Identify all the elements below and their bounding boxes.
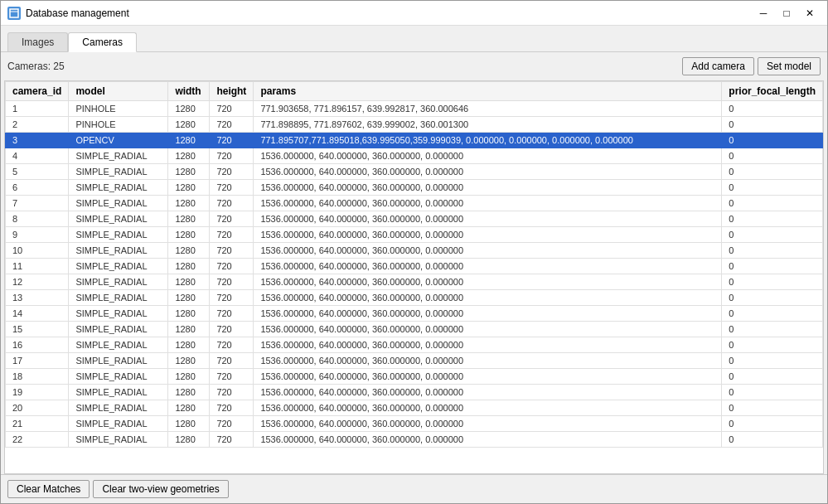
cell-model: SIMPLE_RADIAL	[69, 400, 168, 416]
table-row[interactable]: 19SIMPLE_RADIAL12807201536.000000, 640.0…	[6, 385, 823, 400]
cell-params: 1536.000000, 640.000000, 360.000000, 0.0…	[254, 400, 722, 416]
cell-params: 1536.000000, 640.000000, 360.000000, 0.0…	[254, 164, 722, 180]
cell-model: SIMPLE_RADIAL	[69, 164, 168, 180]
cell-params: 1536.000000, 640.000000, 360.000000, 0.0…	[254, 259, 722, 274]
table-row[interactable]: 10SIMPLE_RADIAL12807201536.000000, 640.0…	[6, 243, 823, 259]
cell-camera-id: 19	[6, 385, 69, 400]
cell-model: SIMPLE_RADIAL	[69, 369, 168, 385]
table-row[interactable]: 1PINHOLE1280720771.903658, 771.896157, 6…	[6, 101, 823, 117]
table-row[interactable]: 13SIMPLE_RADIAL12807201536.000000, 640.0…	[6, 290, 823, 306]
cell-prior-focal: 0	[722, 117, 823, 133]
table-row[interactable]: 2PINHOLE1280720771.898895, 771.897602, 6…	[6, 117, 823, 133]
cell-model: OPENCV	[69, 133, 168, 148]
cell-height: 720	[210, 322, 254, 337]
table-wrapper[interactable]: camera_id model width height params prio…	[5, 81, 823, 473]
main-window: Database management ─ □ ✕ Images Cameras…	[0, 0, 828, 504]
cell-prior-focal: 0	[722, 243, 823, 259]
tab-cameras[interactable]: Cameras	[68, 32, 137, 52]
table-row[interactable]: 5SIMPLE_RADIAL12807201536.000000, 640.00…	[6, 164, 823, 180]
window-title: Database management	[26, 7, 753, 19]
cell-width: 1280	[168, 385, 210, 400]
col-header-width: width	[168, 82, 210, 101]
cell-prior-focal: 0	[722, 211, 823, 227]
cell-height: 720	[210, 416, 254, 432]
table-row[interactable]: 8SIMPLE_RADIAL12807201536.000000, 640.00…	[6, 211, 823, 227]
table-row[interactable]: 21SIMPLE_RADIAL12807201536.000000, 640.0…	[6, 416, 823, 432]
cell-prior-focal: 0	[722, 133, 823, 148]
window-icon	[7, 7, 21, 20]
cell-prior-focal: 0	[722, 148, 823, 164]
cell-model: SIMPLE_RADIAL	[69, 148, 168, 164]
cell-params: 1536.000000, 640.000000, 360.000000, 0.0…	[254, 337, 722, 353]
table-row[interactable]: 14SIMPLE_RADIAL12807201536.000000, 640.0…	[6, 306, 823, 322]
cell-model: PINHOLE	[69, 117, 168, 133]
col-header-prior-focal: prior_focal_length	[722, 82, 823, 101]
cell-params: 1536.000000, 640.000000, 360.000000, 0.0…	[254, 180, 722, 196]
cell-width: 1280	[168, 416, 210, 432]
cell-width: 1280	[168, 243, 210, 259]
cell-prior-focal: 0	[722, 259, 823, 274]
cell-camera-id: 1	[6, 101, 69, 117]
cell-height: 720	[210, 243, 254, 259]
cell-height: 720	[210, 196, 254, 211]
cell-params: 771.898895, 771.897602, 639.999002, 360.…	[254, 117, 722, 133]
toolbar-buttons: Add camera Set model	[682, 57, 821, 75]
cell-width: 1280	[168, 180, 210, 196]
cell-height: 720	[210, 259, 254, 274]
clear-matches-button[interactable]: Clear Matches	[7, 480, 90, 498]
cell-params: 1536.000000, 640.000000, 360.000000, 0.0…	[254, 306, 722, 322]
cell-model: SIMPLE_RADIAL	[69, 290, 168, 306]
cell-params: 1536.000000, 640.000000, 360.000000, 0.0…	[254, 322, 722, 337]
cell-model: SIMPLE_RADIAL	[69, 416, 168, 432]
table-row[interactable]: 12SIMPLE_RADIAL12807201536.000000, 640.0…	[6, 274, 823, 290]
svg-rect-0	[10, 9, 18, 17]
cell-width: 1280	[168, 196, 210, 211]
set-model-button[interactable]: Set model	[758, 57, 821, 75]
minimize-button[interactable]: ─	[753, 5, 774, 22]
cell-params: 1536.000000, 640.000000, 360.000000, 0.0…	[254, 227, 722, 243]
add-camera-button[interactable]: Add camera	[682, 57, 754, 75]
table-row[interactable]: 20SIMPLE_RADIAL12807201536.000000, 640.0…	[6, 400, 823, 416]
close-button[interactable]: ✕	[799, 5, 821, 22]
cell-camera-id: 22	[6, 432, 69, 448]
cell-camera-id: 2	[6, 117, 69, 133]
cell-model: SIMPLE_RADIAL	[69, 385, 168, 400]
tab-images[interactable]: Images	[7, 32, 68, 51]
cell-width: 1280	[168, 211, 210, 227]
cell-width: 1280	[168, 133, 210, 148]
cell-camera-id: 8	[6, 211, 69, 227]
cell-camera-id: 12	[6, 274, 69, 290]
table-row[interactable]: 17SIMPLE_RADIAL12807201536.000000, 640.0…	[6, 353, 823, 369]
cell-height: 720	[210, 133, 254, 148]
table-row[interactable]: 6SIMPLE_RADIAL12807201536.000000, 640.00…	[6, 180, 823, 196]
col-header-height: height	[210, 82, 254, 101]
table-row[interactable]: 16SIMPLE_RADIAL12807201536.000000, 640.0…	[6, 337, 823, 353]
cell-params: 1536.000000, 640.000000, 360.000000, 0.0…	[254, 243, 722, 259]
table-row[interactable]: 11SIMPLE_RADIAL12807201536.000000, 640.0…	[6, 259, 823, 274]
cell-width: 1280	[168, 274, 210, 290]
cell-params: 1536.000000, 640.000000, 360.000000, 0.0…	[254, 385, 722, 400]
clear-two-view-button[interactable]: Clear two-view geometries	[93, 480, 228, 498]
cell-camera-id: 15	[6, 322, 69, 337]
table-row[interactable]: 3OPENCV1280720771.895707,771.895018,639.…	[6, 133, 823, 148]
cell-width: 1280	[168, 306, 210, 322]
cell-prior-focal: 0	[722, 227, 823, 243]
maximize-button[interactable]: □	[776, 5, 797, 22]
table-row[interactable]: 4SIMPLE_RADIAL12807201536.000000, 640.00…	[6, 148, 823, 164]
cell-camera-id: 18	[6, 369, 69, 385]
toolbar: Cameras: 25 Add camera Set model	[1, 52, 827, 80]
cell-prior-focal: 0	[722, 416, 823, 432]
cell-camera-id: 21	[6, 416, 69, 432]
cell-prior-focal: 0	[722, 164, 823, 180]
table-row[interactable]: 7SIMPLE_RADIAL12807201536.000000, 640.00…	[6, 196, 823, 211]
cell-prior-focal: 0	[722, 322, 823, 337]
table-row[interactable]: 22SIMPLE_RADIAL12807201536.000000, 640.0…	[6, 432, 823, 448]
cell-camera-id: 13	[6, 290, 69, 306]
table-row[interactable]: 9SIMPLE_RADIAL12807201536.000000, 640.00…	[6, 227, 823, 243]
cell-params: 1536.000000, 640.000000, 360.000000, 0.0…	[254, 432, 722, 448]
table-row[interactable]: 15SIMPLE_RADIAL12807201536.000000, 640.0…	[6, 322, 823, 337]
table-header-row: camera_id model width height params prio…	[6, 82, 823, 101]
cell-width: 1280	[168, 337, 210, 353]
cell-params: 771.903658, 771.896157, 639.992817, 360.…	[254, 101, 722, 117]
table-row[interactable]: 18SIMPLE_RADIAL12807201536.000000, 640.0…	[6, 369, 823, 385]
